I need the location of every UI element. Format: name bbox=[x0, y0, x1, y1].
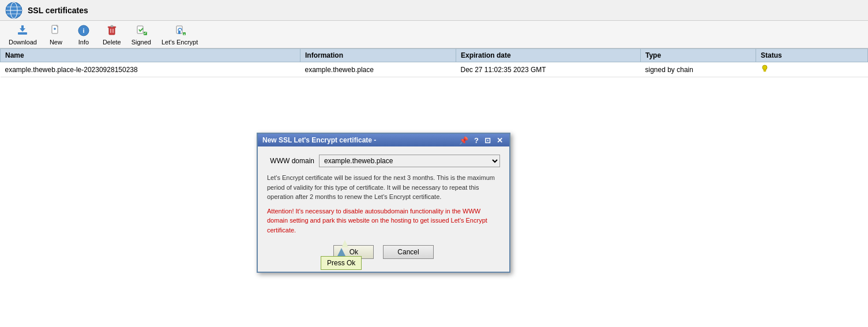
tooltip-arrow-inner-icon bbox=[341, 240, 348, 247]
dialog-footer: Ok Cancel bbox=[267, 240, 500, 266]
app-logo-icon bbox=[5, 1, 23, 20]
top-bar: SSL certificates bbox=[0, 0, 868, 21]
lets-encrypt-button[interactable]: + Let's Encrypt bbox=[157, 22, 202, 47]
signed-label: Signed bbox=[131, 39, 151, 46]
download-button[interactable]: Download bbox=[5, 22, 41, 47]
signed-icon: ✓ bbox=[134, 24, 148, 37]
svg-text:✓: ✓ bbox=[144, 31, 147, 35]
tooltip-label: Press Ok bbox=[327, 259, 355, 267]
cert-information: example.theweb.place bbox=[300, 62, 456, 77]
tooltip-wrapper: Press Ok bbox=[321, 248, 362, 270]
dialog-controls: 📌 ? ⊡ ✕ bbox=[457, 137, 505, 144]
new-label: New bbox=[50, 39, 62, 46]
col-expiration: Expiration date bbox=[456, 49, 641, 62]
tooltip-box: Press Ok bbox=[321, 256, 362, 270]
certificates-table: Name Information Expiration date Type St… bbox=[0, 48, 868, 77]
svg-rect-5 bbox=[18, 32, 27, 35]
www-domain-label: WWW domain bbox=[267, 157, 319, 165]
download-label: Download bbox=[9, 39, 37, 46]
svg-rect-17 bbox=[111, 25, 113, 27]
delete-button[interactable]: Delete bbox=[99, 22, 125, 47]
dialog-cancel-button[interactable]: Cancel bbox=[383, 245, 433, 259]
signed-button[interactable]: ✓ Signed bbox=[127, 22, 155, 47]
dialog-resize-icon[interactable]: ⊡ bbox=[483, 137, 493, 144]
status-active-icon bbox=[761, 65, 769, 73]
svg-text:+: + bbox=[183, 32, 185, 35]
info-button[interactable]: i Info bbox=[71, 22, 96, 47]
www-domain-select[interactable]: example.theweb.place bbox=[319, 155, 500, 167]
dialog-body: WWW domain example.theweb.place Let's En… bbox=[258, 146, 509, 272]
delete-icon bbox=[105, 24, 119, 37]
top-bar-left: SSL certificates bbox=[5, 1, 88, 20]
cert-status bbox=[756, 62, 868, 77]
cert-name: example.theweb.place-le-20230928150238 bbox=[1, 62, 300, 77]
dialog-help-icon[interactable]: ? bbox=[472, 137, 480, 144]
dialog-info-text: Let's Encrypt certificate will be issued… bbox=[267, 173, 500, 202]
dialog-title: New SSL Let's Encrypt certificate - bbox=[262, 136, 376, 144]
svg-rect-15 bbox=[109, 27, 115, 35]
new-button[interactable]: New bbox=[43, 22, 69, 47]
www-domain-row: WWW domain example.theweb.place bbox=[267, 155, 500, 167]
col-type: Type bbox=[641, 49, 756, 62]
delete-label: Delete bbox=[103, 39, 121, 46]
lets-encrypt-label: Let's Encrypt bbox=[161, 39, 198, 46]
svg-rect-7 bbox=[21, 25, 24, 30]
www-domain-control: example.theweb.place bbox=[319, 155, 500, 167]
dialog-close-icon[interactable]: ✕ bbox=[495, 137, 505, 144]
col-information: Information bbox=[300, 49, 456, 62]
new-icon bbox=[49, 24, 63, 37]
dialog-warning-text: Attention! It's necessary to disable aut… bbox=[267, 206, 500, 235]
cert-type: signed by chain bbox=[641, 62, 756, 77]
svg-text:i: i bbox=[82, 27, 84, 34]
dialog-titlebar: New SSL Let's Encrypt certificate - 📌 ? … bbox=[258, 134, 509, 146]
info-icon: i bbox=[77, 24, 91, 37]
download-icon bbox=[16, 24, 29, 37]
toolbar: Download New i Info bbox=[0, 21, 868, 48]
lets-encrypt-dialog: New SSL Let's Encrypt certificate - 📌 ? … bbox=[257, 133, 510, 273]
cert-expiration: Dec 27 11:02:35 2023 GMT bbox=[456, 62, 641, 77]
encrypt-icon: + bbox=[173, 24, 187, 37]
dialog-pin-icon[interactable]: 📌 bbox=[457, 137, 470, 144]
svg-rect-24 bbox=[178, 31, 181, 34]
col-name: Name bbox=[1, 49, 300, 62]
table-row[interactable]: example.theweb.place-le-20230928150238 e… bbox=[1, 62, 868, 77]
app-title: SSL certificates bbox=[28, 6, 88, 15]
info-label: Info bbox=[78, 39, 89, 46]
col-status: Status bbox=[756, 49, 868, 62]
